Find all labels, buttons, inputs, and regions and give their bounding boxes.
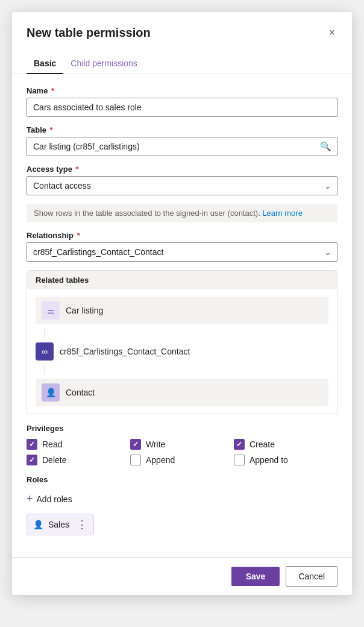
table-icon-box: ⚌ — [42, 301, 60, 320]
dialog-body: Name * Table * 🔍 Access type * Contact a… — [12, 74, 352, 557]
roles-list: 👤 Sales ⋮ — [27, 514, 337, 535]
plus-icon: + — [27, 493, 33, 505]
relationship-label: Relationship * — [27, 231, 337, 240]
append-checkbox[interactable] — [130, 455, 141, 465]
table-field-group: Table * 🔍 — [27, 125, 337, 156]
append-to-checkbox[interactable] — [234, 455, 245, 465]
connector-line-2 — [45, 365, 45, 374]
roles-section: Roles + Add roles 👤 Sales ⋮ — [27, 475, 337, 535]
list-item: 👤 Contact — [36, 379, 328, 406]
delete-checkbox[interactable] — [27, 455, 37, 465]
add-roles-label: Add roles — [37, 494, 72, 504]
delete-label: Delete — [42, 455, 66, 465]
related-tables-section: Related tables ⚌ Car listing ∞ cr85f_Ca — [27, 270, 337, 414]
dialog-header: New table permission × — [12, 12, 352, 42]
table-label: Table * — [27, 125, 337, 134]
close-button[interactable]: × — [326, 24, 337, 42]
save-button[interactable]: Save — [231, 567, 280, 586]
privileges-grid: Read Write Create Delete Append — [27, 439, 337, 465]
role-chip-sales: 👤 Sales ⋮ — [27, 514, 94, 535]
name-field-group: Name * — [27, 86, 337, 117]
add-roles-button[interactable]: + Add roles — [27, 490, 72, 508]
read-label: Read — [42, 440, 62, 449]
relationship-item-label: cr85f_Carlistings_Contact_Contact — [60, 347, 190, 356]
list-item: ∞ cr85f_Carlistings_Contact_Contact — [36, 342, 328, 361]
privilege-create: Create — [234, 439, 337, 450]
create-checkbox[interactable] — [234, 439, 245, 450]
info-box: Show rows in the table associated to the… — [27, 204, 337, 222]
role-options-button[interactable]: ⋮ — [77, 518, 87, 531]
related-tables-header: Related tables — [27, 271, 337, 289]
privilege-append: Append — [130, 455, 234, 465]
privilege-delete: Delete — [27, 455, 130, 465]
search-icon: 🔍 — [320, 141, 331, 152]
append-label: Append — [146, 455, 175, 465]
privilege-read: Read — [27, 439, 130, 450]
dialog: New table permission × Basic Child permi… — [12, 12, 352, 595]
relationship-select-wrap: cr85f_Carlistings_Contact_Contact ⌄ — [27, 242, 337, 262]
relationship-icon-box: ∞ — [36, 342, 54, 361]
person-role-icon: 👤 — [33, 520, 43, 529]
access-type-select[interactable]: Contact access Global access Self access… — [27, 176, 337, 195]
table-search-wrap: 🔍 — [27, 137, 337, 156]
dialog-footer: Save Cancel — [12, 557, 352, 595]
tabs-bar: Basic Child permissions — [12, 46, 352, 74]
name-label: Name * — [27, 86, 337, 95]
cancel-button[interactable]: Cancel — [286, 566, 337, 587]
write-checkbox[interactable] — [130, 439, 141, 450]
relationship-field-group: Relationship * cr85f_Carlistings_Contact… — [27, 231, 337, 262]
tab-basic[interactable]: Basic — [27, 54, 63, 74]
create-label: Create — [249, 440, 275, 449]
name-input[interactable] — [27, 98, 337, 117]
access-type-select-wrap: Contact access Global access Self access… — [27, 176, 337, 195]
list-item: ⚌ Car listing — [36, 297, 328, 324]
relationship-icon: ∞ — [42, 347, 48, 356]
write-label: Write — [146, 440, 165, 449]
person-icon: 👤 — [46, 388, 56, 397]
role-label: Sales — [48, 520, 69, 529]
read-checkbox[interactable] — [27, 439, 37, 450]
tab-child-permissions[interactable]: Child permissions — [63, 54, 144, 74]
roles-label: Roles — [27, 475, 337, 484]
relationship-select[interactable]: cr85f_Carlistings_Contact_Contact — [27, 242, 337, 262]
privileges-section: Privileges Read Write Create Delete — [27, 424, 337, 465]
append-to-label: Append to — [249, 455, 288, 465]
privilege-write: Write — [130, 439, 234, 450]
table-input[interactable] — [27, 137, 337, 156]
dialog-title: New table permission — [27, 26, 151, 40]
privileges-label: Privileges — [27, 424, 337, 433]
learn-more-link[interactable]: Learn more — [262, 209, 302, 218]
car-listing-label: Car listing — [66, 306, 103, 315]
access-type-label: Access type * — [27, 165, 337, 174]
privilege-append-to: Append to — [234, 455, 337, 465]
related-tables-body: ⚌ Car listing ∞ cr85f_Carlistings_Contac… — [27, 289, 337, 414]
table-icon: ⚌ — [47, 306, 55, 315]
contact-label: Contact — [66, 388, 95, 397]
contact-icon-box: 👤 — [42, 383, 60, 402]
connector-line — [45, 329, 45, 338]
access-type-field-group: Access type * Contact access Global acce… — [27, 165, 337, 195]
